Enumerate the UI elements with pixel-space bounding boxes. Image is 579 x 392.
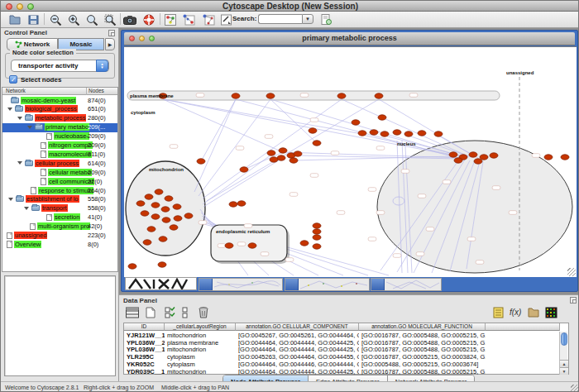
search-input[interactable] — [258, 14, 302, 24]
network-node[interactable] — [225, 243, 233, 248]
network-node[interactable] — [147, 227, 156, 232]
unselect-attributes-icon[interactable] — [179, 304, 195, 320]
network-node[interactable] — [159, 237, 167, 241]
network-node[interactable] — [155, 189, 163, 194]
float-data-panel-icon[interactable] — [570, 297, 577, 304]
network-node[interactable] — [136, 201, 145, 206]
network-node[interactable] — [358, 131, 366, 136]
network-node[interactable] — [378, 115, 386, 120]
tree-row[interactable]: cellular process614(0) — [2, 159, 117, 168]
table-column-header[interactable]: ID — [124, 323, 165, 331]
open-icon[interactable] — [7, 12, 22, 26]
network-node[interactable] — [480, 155, 488, 160]
network-edge[interactable] — [163, 99, 453, 155]
network-node[interactable] — [151, 214, 160, 219]
network-node[interactable] — [237, 201, 246, 206]
network-node[interactable] — [418, 131, 426, 136]
network-node[interactable] — [313, 229, 321, 234]
select-attributes-icon[interactable] — [162, 304, 179, 320]
network-node[interactable] — [197, 159, 205, 164]
network-node[interactable] — [270, 157, 278, 162]
zoom-fit-icon[interactable] — [103, 12, 117, 26]
float-panel-icon[interactable] — [108, 30, 115, 36]
network-node[interactable] — [380, 131, 389, 136]
node-color-select[interactable]: transporter activity ▲▼ — [11, 60, 109, 72]
network-node[interactable] — [266, 93, 275, 98]
matrix-icon[interactable] — [543, 304, 559, 320]
network-node[interactable] — [313, 235, 321, 240]
network-node[interactable] — [294, 151, 302, 156]
vizmapper-icon[interactable] — [163, 12, 178, 26]
tree-row[interactable]: mosaic-demo-yeast874(0) — [2, 96, 117, 105]
tree-row[interactable]: response to stimulu264(0) — [2, 186, 117, 195]
tree-row[interactable]: nitrogen compo209(0) — [2, 141, 117, 151]
network-node[interactable] — [158, 262, 166, 267]
network-node[interactable] — [300, 241, 309, 246]
tab-overflow-icon[interactable]: ▶ — [105, 38, 115, 50]
expand-arrow-icon[interactable] — [24, 207, 29, 210]
search-dropdown-icon[interactable]: ▼ — [302, 14, 313, 24]
network-node[interactable] — [267, 151, 275, 155]
new-attribute-icon[interactable] — [142, 304, 159, 320]
network-edge[interactable] — [236, 99, 458, 158]
tree-row[interactable]: Overview8(0) — [2, 240, 117, 249]
zoom-in-icon[interactable] — [66, 12, 81, 26]
network-node[interactable] — [248, 243, 256, 248]
tree-row[interactable]: secretion41(0) — [2, 213, 117, 222]
table-cell[interactable]: YDR039C__1 — [124, 368, 165, 376]
layout-nodes-icon[interactable] — [181, 12, 196, 26]
minimized-window-thumbnail[interactable] — [285, 278, 370, 291]
tree-row[interactable]: establishment of lo558(0) — [2, 195, 117, 204]
attribute-table-icon[interactable] — [124, 304, 141, 320]
tree-row[interactable]: macromolecule311(0) — [2, 150, 117, 159]
network-node[interactable] — [240, 167, 248, 172]
network-edge[interactable] — [194, 99, 236, 192]
tree-row[interactable]: cell communicat22(0) — [2, 177, 117, 186]
expand-arrow-icon[interactable] — [17, 161, 22, 165]
network-node[interactable] — [393, 130, 401, 135]
network-node[interactable] — [174, 216, 182, 221]
network-edge[interactable] — [203, 99, 342, 198]
expand-arrow-icon[interactable] — [17, 117, 22, 120]
network-canvas[interactable]: plasma membrane cytoplasm mitochondrion … — [124, 46, 577, 277]
scroll-up-icon[interactable]: ▲ — [560, 360, 568, 367]
tree-row[interactable]: primary metabo209(... — [2, 123, 117, 132]
birdseye-view[interactable] — [4, 275, 116, 376]
network-node[interactable] — [474, 159, 482, 164]
network-edge[interactable] — [203, 159, 281, 207]
expand-arrow-icon[interactable] — [27, 126, 32, 129]
tree-row[interactable]: transport558(0) — [2, 204, 117, 213]
network-edge[interactable] — [342, 99, 468, 156]
window-resize-grip-icon[interactable] — [571, 385, 578, 392]
expand-arrow-icon[interactable] — [7, 108, 12, 111]
network-window-titlebar[interactable]: primary metabolic process — [124, 32, 575, 45]
import-attributes-icon[interactable] — [525, 304, 542, 320]
network-node[interactable] — [313, 141, 321, 146]
snapshot-icon[interactable] — [122, 12, 137, 26]
network-node[interactable] — [352, 120, 360, 125]
table-column-header[interactable]: annotation.GO CELLULAR_COMPONENT — [236, 323, 359, 331]
network-node[interactable] — [161, 207, 170, 212]
tree-row[interactable]: cellular metabo209(0) — [2, 168, 117, 177]
save-icon[interactable] — [26, 12, 41, 26]
network-node[interactable] — [229, 202, 237, 207]
network-node[interactable] — [309, 128, 317, 133]
expand-arrow-icon[interactable] — [8, 198, 13, 201]
network-node[interactable] — [454, 158, 462, 163]
network-node[interactable] — [313, 244, 321, 249]
network-node[interactable] — [337, 93, 346, 98]
network-node[interactable] — [170, 225, 178, 230]
network-node[interactable] — [544, 155, 553, 160]
layout-edges-icon[interactable] — [201, 12, 216, 26]
network-node[interactable] — [162, 218, 170, 222]
network-node[interactable] — [143, 240, 151, 245]
network-node[interactable] — [313, 223, 321, 228]
network-node[interactable] — [469, 152, 477, 157]
tree-row[interactable]: biological_process651(0) — [2, 105, 117, 114]
zoom-selected-icon[interactable] — [84, 12, 99, 26]
help-icon[interactable] — [141, 12, 156, 26]
configure-search-icon[interactable] — [318, 12, 333, 26]
network-node[interactable] — [128, 264, 136, 269]
tree-row[interactable]: metabolic process280(0) — [2, 114, 117, 123]
network-node[interactable] — [449, 152, 457, 157]
